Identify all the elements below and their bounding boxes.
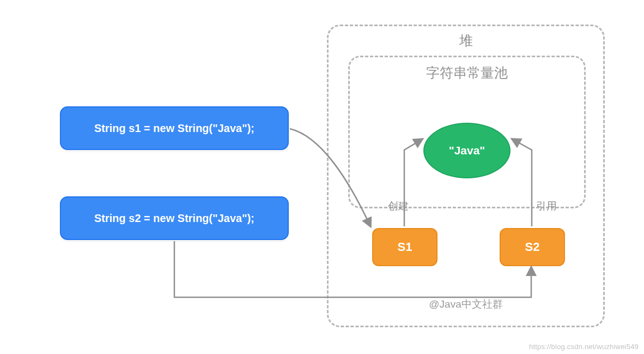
- string-pool-title: 字符串常量池: [426, 64, 508, 82]
- code-box-s2: String s2 = new String("Java");: [60, 196, 289, 240]
- heap-region: 堆 字符串常量池 "Java" 创建 引用 S1 S2 @Java中文社群: [327, 25, 605, 327]
- heap-title: 堆: [459, 32, 473, 50]
- credit-text: @Java中文社群: [429, 297, 502, 311]
- code-box-s1: String s1 = new String("Java");: [60, 106, 289, 150]
- heap-object-s2-label: S2: [525, 240, 540, 254]
- arrow-label-reference: 引用: [536, 199, 557, 213]
- string-pool-region: 字符串常量池 "Java" 创建 引用: [348, 56, 586, 208]
- code-text-s1: String s1 = new String("Java");: [94, 122, 254, 135]
- string-literal-node: "Java": [423, 123, 511, 178]
- heap-object-s1: S1: [372, 228, 438, 266]
- page-watermark: https://blog.csdn.net/wuzhiwei549: [529, 343, 639, 351]
- arrow-label-create: 创建: [388, 199, 409, 213]
- heap-object-s2: S2: [500, 228, 565, 266]
- code-text-s2: String s2 = new String("Java");: [94, 212, 254, 225]
- string-heap-diagram: String s1 = new String("Java"); String s…: [0, 0, 644, 354]
- heap-object-s1-label: S1: [398, 240, 412, 254]
- string-literal-text: "Java": [449, 144, 485, 157]
